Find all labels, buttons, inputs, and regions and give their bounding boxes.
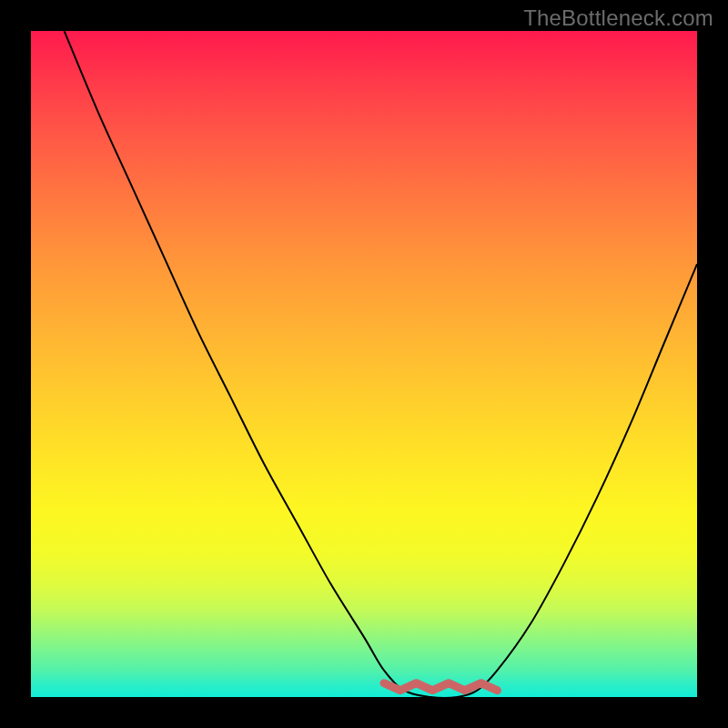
plot-area [31, 31, 697, 697]
bottleneck-curve [65, 31, 697, 697]
chart-frame: TheBottleneck.com [0, 0, 728, 728]
watermark-text: TheBottleneck.com [523, 5, 713, 31]
chart-svg [31, 31, 697, 697]
